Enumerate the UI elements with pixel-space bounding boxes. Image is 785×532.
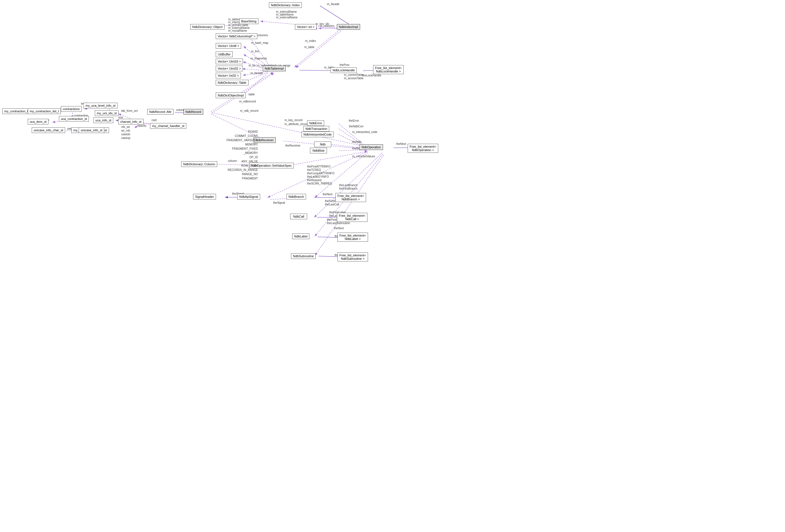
svg-text:theFirstATTRINFO: theFirstATTRINFO xyxy=(307,165,331,168)
node-unicase-info-st[interactable]: unicase_info_st xyxy=(79,127,104,133)
svg-text:theLockHandle: theLockHandle xyxy=(362,74,381,77)
node-NdbCall[interactable]: NdbCall xyxy=(290,214,307,219)
svg-text:thePrev: thePrev xyxy=(340,63,349,66)
svg-text:uca: uca xyxy=(118,116,123,119)
edges-svg: m_facade m_internalName m_tableName m_ex… xyxy=(0,0,785,532)
node-Vector-Int32[interactable]: Vector< Int32 > xyxy=(216,73,241,78)
node-NdbInterpretedCode[interactable]: NdbInterpretedCode xyxy=(302,132,334,137)
node-contractions[interactable]: contractions xyxy=(61,106,81,112)
node-Free-list-NdbLockHandle[interactable]: Free_list_element<NdbLockHandle > xyxy=(373,65,404,74)
svg-text:m_internalName: m_internalName xyxy=(276,10,297,13)
svg-text:theNdb: theNdb xyxy=(352,140,361,143)
svg-text:theTCREQ: theTCREQ xyxy=(307,168,321,171)
svg-text:m_columns: m_columns xyxy=(320,24,334,27)
node-NdbSubroutine[interactable]: NdbSubroutine xyxy=(291,253,315,259)
node-Free-list-NdbOperation[interactable]: Free_list_element<NdbOperation > xyxy=(408,144,438,153)
svg-text:theFirstBranch: theFirstBranch xyxy=(339,187,357,190)
svg-text:m_facade: m_facade xyxy=(327,3,339,6)
svg-line-31 xyxy=(295,30,340,68)
svg-text:theSCAN_TABREQ: theSCAN_TABREQ xyxy=(307,182,332,185)
svg-text:theLastSubroutine: theLastSubroutine xyxy=(327,221,350,225)
diagram-container: m_facade m_internalName m_tableName m_ex… xyxy=(0,0,785,532)
node-NdbLockHandle[interactable]: NdbLockHandle xyxy=(331,68,357,73)
node-my-uca-level-info-st[interactable]: my_uca_level_info_st xyxy=(83,103,118,108)
node-NdbDictObjectImpl[interactable]: NdbDictObjectImpl xyxy=(216,92,246,98)
node-NdbLabel[interactable]: NdbLabel xyxy=(292,234,309,239)
node-charset-info-st[interactable]: charset_info_st xyxy=(118,119,144,125)
svg-line-68 xyxy=(289,151,368,165)
node-Free-list-NdbBranch[interactable]: Free_list_element<NdbBranch > xyxy=(335,193,366,202)
svg-line-33 xyxy=(296,31,341,68)
node-my-charset-handler-st[interactable]: my_charset_handler_st xyxy=(150,123,186,129)
node-NdbDictionary-Column[interactable]: NdbDictionary::Column xyxy=(181,161,217,167)
svg-text:m_interpreted_code: m_interpreted_code xyxy=(352,130,377,134)
node-NdbDictionary-Table[interactable]: NdbDictionary::Table xyxy=(216,80,249,85)
svg-text:m_fragments: m_fragments xyxy=(251,57,267,60)
node-unicase-info-char-st[interactable]: unicase_info_char_st xyxy=(32,127,65,133)
node-UtilBuffer[interactable]: UtilBuffer xyxy=(216,52,233,57)
svg-text:casinfo: casinfo xyxy=(137,124,146,127)
node-Vector-Uint32[interactable]: Vector< Uint32 > xyxy=(216,65,243,71)
node-my-uni-idx-st[interactable]: my_uni_idx_st xyxy=(95,110,119,116)
svg-text:theNext: theNext xyxy=(396,142,406,145)
node-NdbError[interactable]: NdbError xyxy=(307,120,324,126)
node-uca-contraction-st[interactable]: uca_contraction_st xyxy=(59,116,89,122)
svg-text:m_tableName: m_tableName xyxy=(276,13,294,16)
svg-text:theNext: theNext xyxy=(334,227,344,230)
node-Vector-Uint8[interactable]: Vector< Uint8 > xyxy=(216,43,241,49)
svg-text:m_facade: m_facade xyxy=(251,72,263,75)
svg-line-109 xyxy=(134,124,141,128)
svg-text:theRequest: theRequest xyxy=(307,179,322,182)
node-NdbDictionary-Index[interactable]: NdbDictionary::Index xyxy=(269,2,302,8)
node-Free-list-NdbSubroutine[interactable]: Free_list_element<NdbSubroutine > xyxy=(337,252,368,262)
svg-text:m_externalName: m_externalName xyxy=(276,16,298,19)
node-NdbBlob[interactable]: NdbBlob xyxy=(310,148,327,153)
svg-text:m_ndb_record: m_ndb_record xyxy=(240,109,258,112)
svg-text:m_key_record: m_key_record xyxy=(284,118,302,122)
svg-text:m_accessTable: m_accessTable xyxy=(344,77,363,80)
node-NdbBranch[interactable]: NdbBranch xyxy=(286,194,306,200)
node-my-contraction-list-t[interactable]: my_contraction_list_t xyxy=(28,108,61,114)
node-SignalHeader[interactable]: SignalHeader xyxy=(193,194,216,200)
node-Free-list-NdbCall[interactable]: Free_list_element<NdbCall > xyxy=(337,213,368,222)
node-NdbIndexImpl[interactable]: NdbIndexImpl xyxy=(337,24,360,30)
node-NdbRecord[interactable]: NdbRecord xyxy=(183,109,203,115)
svg-line-16 xyxy=(249,36,272,69)
svg-text:theSignal: theSignal xyxy=(273,201,285,204)
node-uca-item-st[interactable]: uca_item_st xyxy=(28,119,48,125)
node-NdbTableImpl[interactable]: NdbTableImpl xyxy=(263,65,286,71)
mb-wc-labels: mb_wcwc_mbcasedncaseup xyxy=(121,125,130,140)
svg-text:theLastBranch: theLastBranch xyxy=(339,184,357,187)
svg-line-64 xyxy=(339,150,368,151)
svg-text:m_index: m_index xyxy=(305,39,316,43)
svg-text:theReceiver: theReceiver xyxy=(285,144,301,147)
node-BaseString[interactable]: BaseString xyxy=(239,18,258,24)
svg-text:tab_from_uni: tab_from_uni xyxy=(121,109,137,112)
svg-text:m_key_ids: m_key_ids xyxy=(315,22,329,25)
node-uca-info-st[interactable]: uca_info_st xyxy=(94,117,113,123)
svg-text:m_mysqlName: m_mysqlName xyxy=(228,29,247,32)
node-Vector-NdbColumnImpl[interactable]: Vector< NdbColumnImpl* > xyxy=(216,33,257,39)
node-Vector-int[interactable]: Vector< int > xyxy=(295,24,316,30)
svg-text:m_currentTable: m_currentTable xyxy=(344,73,363,76)
svg-text:theNdbCon: theNdbCon xyxy=(349,125,363,128)
node-NdbRecord-Attr[interactable]: NdbRecord::Attr xyxy=(147,109,174,115)
node-NdbApiSignal[interactable]: NdbApiSignal xyxy=(237,194,260,200)
svg-text:theCurrentATTRINFO: theCurrentATTRINFO xyxy=(307,172,335,175)
receiver-enum-labels: ROWIDCOMMIT_COUNTFRAGMENT_VARSIZEDMEMORY… xyxy=(226,130,258,181)
node-Ndb[interactable]: Ndb xyxy=(314,141,331,147)
node-Free-list-NdbLabel[interactable]: Free_list_element<NdbLabel > xyxy=(337,233,368,242)
svg-text:m_table: m_table xyxy=(304,46,314,49)
svg-line-86 xyxy=(314,153,382,217)
node-NdbDictionary-Object[interactable]: NdbDictionary::Object xyxy=(190,24,225,30)
svg-text:cset: cset xyxy=(151,118,157,122)
node-NdbTransaction[interactable]: NdbTransaction xyxy=(303,126,329,132)
svg-line-26 xyxy=(243,71,269,75)
node-NdbOperation[interactable]: NdbOperation xyxy=(359,144,383,150)
node-Vector-Uint16[interactable]: Vector< Uint16 > xyxy=(216,59,243,64)
svg-text:theNext: theNext xyxy=(323,193,333,196)
svg-text:m_externalName: m_externalName xyxy=(228,26,250,29)
svg-text:table: table xyxy=(249,93,255,96)
svg-text:theLastCall: theLastCall xyxy=(325,203,339,206)
node-my-contraction-t[interactable]: my_contraction_t xyxy=(2,108,30,114)
